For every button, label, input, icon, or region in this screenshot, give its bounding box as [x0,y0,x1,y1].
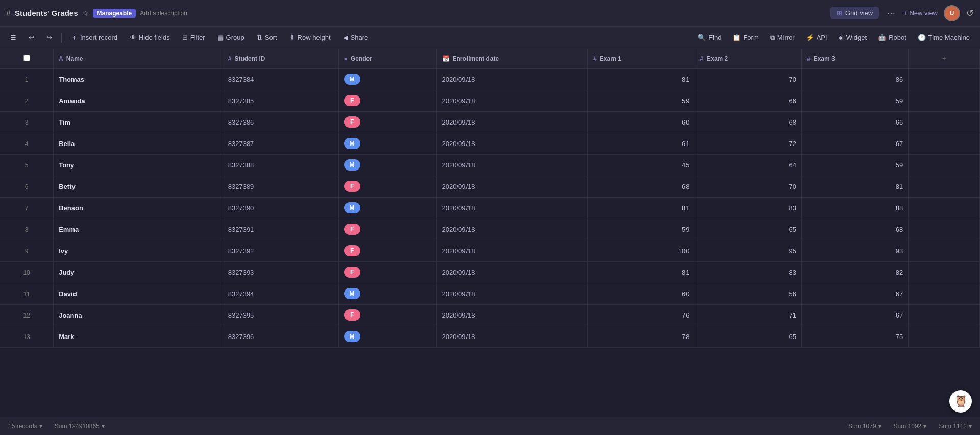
col-header-exam3[interactable]: # Exam 3 [801,49,908,68]
row-student-id[interactable]: 8327393 [223,261,338,283]
row-exam1[interactable]: 59 [588,219,695,240]
widget-button[interactable]: ◈ Widget [834,31,872,44]
row-student-id[interactable]: 8327384 [223,68,338,90]
row-exam3[interactable]: 88 [801,197,908,219]
row-name[interactable]: Joanna [54,304,223,326]
row-exam3[interactable]: 66 [801,111,908,133]
row-gender[interactable]: M [338,197,436,219]
row-exam1[interactable]: 76 [588,304,695,326]
row-exam3[interactable]: 86 [801,68,908,90]
row-enrollment-date[interactable]: 2020/09/18 [436,219,588,240]
checkbox-header[interactable] [0,49,54,68]
row-checkbox-cell[interactable]: 6 [0,176,54,197]
row-exam3[interactable]: 67 [801,283,908,304]
row-gender[interactable]: F [338,90,436,111]
table-row[interactable]: 9Ivy8327392F2020/09/181009593 [0,240,980,261]
col-header-gender[interactable]: ● Gender [338,49,436,68]
star-icon[interactable]: ☆ [82,9,89,17]
row-name[interactable]: Mark [54,326,223,347]
row-student-id[interactable]: 8327392 [223,240,338,261]
robot-corner-button[interactable]: 🦉 [949,390,972,413]
find-button[interactable]: 🔍 Find [693,31,726,44]
row-checkbox-cell[interactable]: 7 [0,197,54,219]
row-checkbox-cell[interactable]: 3 [0,111,54,133]
row-name[interactable]: Emma [54,219,223,240]
insert-record-button[interactable]: ＋ Insert record [66,31,122,45]
undo-icon[interactable]: ↺ [966,8,974,19]
row-student-id[interactable]: 8327389 [223,176,338,197]
table-row[interactable]: 1Thomas8327384M2020/09/18817086 [0,68,980,90]
row-checkbox-cell[interactable]: 5 [0,154,54,176]
row-gender[interactable]: F [338,240,436,261]
manageable-badge[interactable]: Manageable [93,9,136,18]
table-row[interactable]: 12Joanna8327395F2020/09/18767167 [0,304,980,326]
row-gender[interactable]: F [338,304,436,326]
row-exam2[interactable]: 64 [695,154,801,176]
row-enrollment-date[interactable]: 2020/09/18 [436,154,588,176]
row-exam2[interactable]: 95 [695,240,801,261]
sidebar-toggle-button[interactable]: ☰ [5,31,21,44]
sum-exam3[interactable]: Sum 1112 ▾ [939,423,972,430]
col-header-add[interactable]: + [909,49,980,68]
row-exam1[interactable]: 45 [588,154,695,176]
row-gender[interactable]: F [338,176,436,197]
row-exam3[interactable]: 59 [801,90,908,111]
avatar[interactable]: U [944,5,960,21]
row-exam3[interactable]: 82 [801,261,908,283]
row-exam2[interactable]: 83 [695,261,801,283]
table-row[interactable]: 7Benson8327390M2020/09/18818388 [0,197,980,219]
row-exam1[interactable]: 81 [588,261,695,283]
row-enrollment-date[interactable]: 2020/09/18 [436,133,588,154]
filter-button[interactable]: ⊟ Filter [177,31,210,44]
row-checkbox-cell[interactable]: 4 [0,133,54,154]
table-row[interactable]: 10Judy8327393F2020/09/18818382 [0,261,980,283]
share-button[interactable]: ◀ Share [338,31,374,44]
row-name[interactable]: Tim [54,111,223,133]
add-description[interactable]: Add a description [140,10,187,17]
row-exam1[interactable]: 68 [588,176,695,197]
row-enrollment-date[interactable]: 2020/09/18 [436,283,588,304]
row-student-id[interactable]: 8327385 [223,90,338,111]
col-header-sid[interactable]: # Student ID [223,49,338,68]
row-exam1[interactable]: 81 [588,68,695,90]
row-checkbox-cell[interactable]: 9 [0,240,54,261]
row-exam1[interactable]: 61 [588,133,695,154]
table-row[interactable]: 4Bella8327387M2020/09/18617267 [0,133,980,154]
col-header-exam2[interactable]: # Exam 2 [695,49,801,68]
grid-view-tab[interactable]: ⊞ Grid view [830,7,879,19]
robot-button[interactable]: 🤖 Robot [873,31,912,44]
row-student-id[interactable]: 8327388 [223,154,338,176]
row-exam2[interactable]: 65 [695,326,801,347]
records-count[interactable]: 15 records ▾ [8,423,42,430]
row-name[interactable]: Amanda [54,90,223,111]
row-exam3[interactable]: 67 [801,133,908,154]
row-gender[interactable]: F [338,219,436,240]
redo-button[interactable]: ↪ [41,31,57,44]
row-enrollment-date[interactable]: 2020/09/18 [436,90,588,111]
form-button[interactable]: 📋 Form [727,31,764,44]
table-row[interactable]: 8Emma8327391F2020/09/18596568 [0,219,980,240]
row-enrollment-date[interactable]: 2020/09/18 [436,304,588,326]
row-name[interactable]: Ivy [54,240,223,261]
row-exam2[interactable]: 68 [695,111,801,133]
row-student-id[interactable]: 8327394 [223,283,338,304]
row-exam2[interactable]: 72 [695,133,801,154]
row-enrollment-date[interactable]: 2020/09/18 [436,240,588,261]
row-height-button[interactable]: ⇕ Row height [284,31,336,44]
row-gender[interactable]: M [338,68,436,90]
row-checkbox-cell[interactable]: 1 [0,68,54,90]
row-exam3[interactable]: 59 [801,154,908,176]
row-enrollment-date[interactable]: 2020/09/18 [436,261,588,283]
col-header-exam1[interactable]: # Exam 1 [588,49,695,68]
row-gender[interactable]: M [338,326,436,347]
row-exam2[interactable]: 71 [695,304,801,326]
row-gender[interactable]: F [338,111,436,133]
row-enrollment-date[interactable]: 2020/09/18 [436,326,588,347]
sum-sid[interactable]: Sum 124910865 ▾ [55,423,105,430]
row-name[interactable]: Thomas [54,68,223,90]
col-header-name[interactable]: A Name [54,49,223,68]
select-all-checkbox[interactable] [23,55,30,61]
mirror-button[interactable]: ⧉ Mirror [765,31,800,44]
row-student-id[interactable]: 8327387 [223,133,338,154]
row-name[interactable]: David [54,283,223,304]
